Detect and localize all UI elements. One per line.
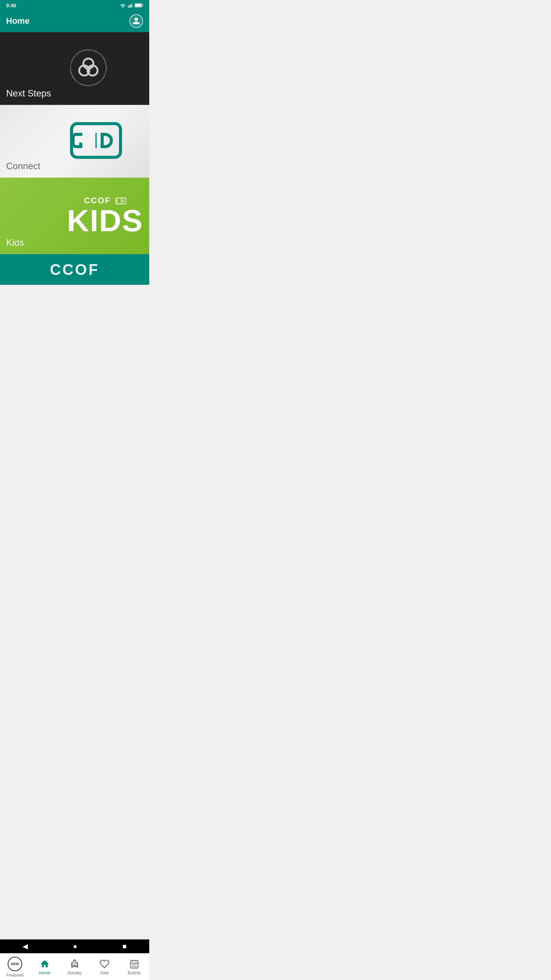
connect-logo bbox=[65, 121, 127, 161]
svg-rect-3 bbox=[132, 3, 133, 8]
kids-text: KIDS bbox=[67, 206, 143, 236]
profile-button[interactable] bbox=[129, 14, 143, 28]
wifi-icon bbox=[119, 3, 126, 8]
header-title: Home bbox=[6, 16, 29, 26]
app-header: Home bbox=[0, 11, 149, 32]
card-kids[interactable]: CCOF KIDS Kids bbox=[0, 178, 149, 254]
card-connect[interactable]: Connect bbox=[0, 105, 149, 178]
main-content: LIFE CHANGING RELATIONSHIPS • SELFLESS L… bbox=[0, 32, 149, 325]
kids-logo-area: CCOF KIDS bbox=[67, 196, 143, 236]
connect-label: Connect bbox=[6, 161, 40, 172]
signal-icon bbox=[128, 3, 133, 8]
next-steps-circle-logo: LIFE CHANGING RELATIONSHIPS • SELFLESS L… bbox=[65, 45, 111, 91]
user-icon bbox=[132, 17, 140, 25]
status-time: 9:48 bbox=[6, 3, 16, 8]
card-next-preview: CCOF bbox=[0, 254, 149, 285]
kids-label: Kids bbox=[6, 237, 24, 248]
connect-gd-logo-svg bbox=[65, 121, 127, 160]
preview-text: CCOF bbox=[50, 261, 99, 278]
battery-icon bbox=[135, 3, 143, 8]
card-next-steps[interactable]: LIFE CHANGING RELATIONSHIPS • SELFLESS L… bbox=[0, 32, 149, 105]
svg-rect-2 bbox=[131, 4, 132, 8]
next-steps-logo: LIFE CHANGING RELATIONSHIPS • SELFLESS L… bbox=[65, 45, 111, 92]
status-bar: 9:48 bbox=[0, 0, 149, 11]
svg-rect-1 bbox=[129, 5, 130, 8]
svg-rect-6 bbox=[135, 4, 141, 7]
svg-rect-5 bbox=[142, 5, 143, 7]
status-icons bbox=[119, 3, 143, 8]
next-steps-label: Next Steps bbox=[6, 88, 51, 99]
svg-rect-0 bbox=[128, 6, 129, 8]
